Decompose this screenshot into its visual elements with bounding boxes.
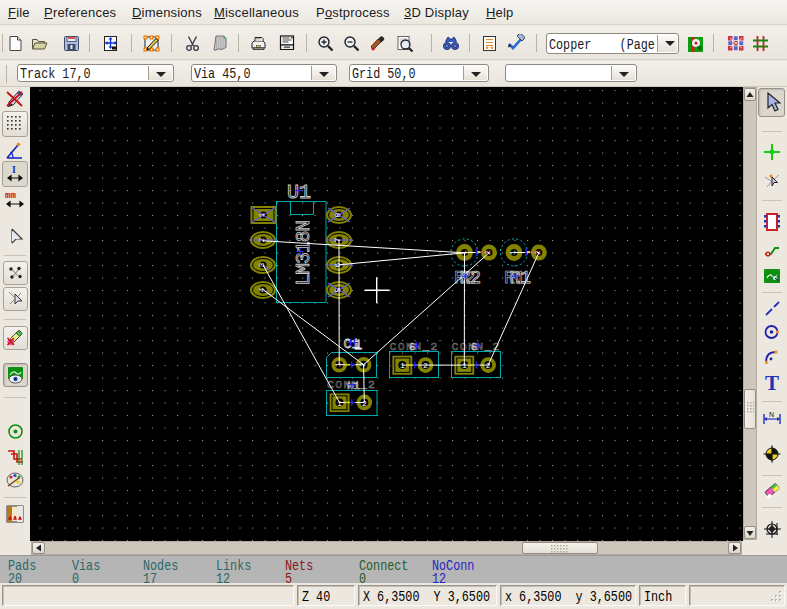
svg-text:3: 3 xyxy=(257,262,266,267)
svg-text:LM318N: LM318N xyxy=(293,220,315,285)
svg-text:2: 2 xyxy=(423,361,428,370)
svg-text:1: 1 xyxy=(459,250,468,255)
svg-text:4: 4 xyxy=(257,287,266,292)
svg-text:8: 8 xyxy=(333,212,342,217)
svg-text:2: 2 xyxy=(486,361,491,370)
svg-text:mm: mm xyxy=(5,191,16,201)
svg-text:N: N xyxy=(769,411,774,418)
svg-text:5: 5 xyxy=(333,287,342,292)
svg-text:R2: R2 xyxy=(460,268,482,288)
svg-text:6: 6 xyxy=(333,262,342,267)
svg-text:2: 2 xyxy=(257,237,266,242)
svg-text:8: 8 xyxy=(471,341,478,353)
svg-text:1: 1 xyxy=(400,361,405,370)
svg-text:2: 2 xyxy=(362,399,367,408)
svg-text:1: 1 xyxy=(333,362,342,367)
svg-text:8: 8 xyxy=(409,341,416,353)
svg-text:1: 1 xyxy=(508,250,517,255)
svg-text:N1: N1 xyxy=(347,380,361,392)
svg-text:1: 1 xyxy=(462,361,467,370)
svg-text:2: 2 xyxy=(358,362,367,367)
svg-text:1: 1 xyxy=(257,212,266,217)
svg-text:I: I xyxy=(12,164,16,175)
svg-text:7: 7 xyxy=(333,237,342,242)
svg-text:1: 1 xyxy=(354,338,362,353)
svg-text:1: 1 xyxy=(337,399,342,408)
